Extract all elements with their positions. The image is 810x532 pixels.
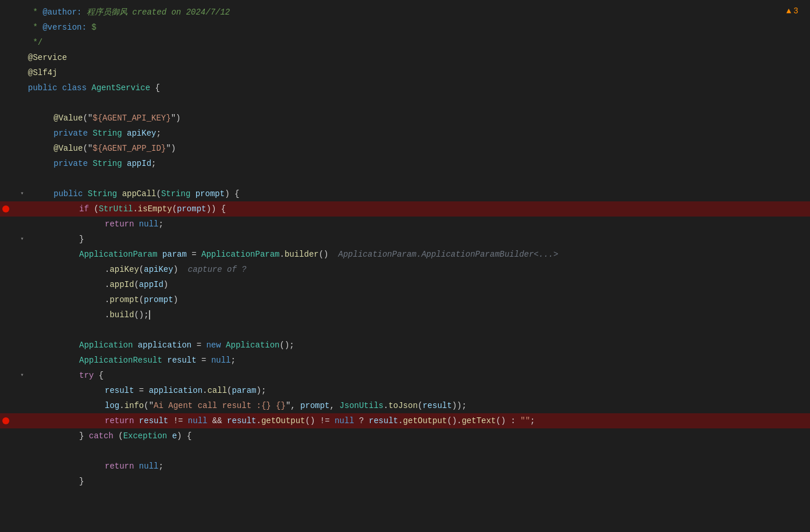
token-field: result: [139, 416, 168, 425]
token-punct: (": [83, 144, 93, 153]
token-param: prompt: [144, 295, 173, 304]
line-content: * @version: $: [28, 21, 810, 34]
code-editor: * @author: 程序员御风 created on 2024/7/12 * …: [0, 0, 810, 532]
code-line: log.info("Ai Agent call result :{} {}", …: [0, 398, 810, 413]
fold-arrow-icon[interactable]: ▾: [17, 189, 27, 198]
token-punct: {: [150, 83, 160, 93]
token-method: build: [109, 310, 134, 320]
token-type: ApplicationResult: [79, 356, 162, 365]
warning-count: 3: [794, 5, 798, 17]
code-line: @Slf4j: [0, 65, 810, 80]
token-punct: ;: [158, 219, 163, 229]
code-line: private String apiKey;: [0, 126, 810, 141]
fold-arrow-icon[interactable]: ▾: [17, 371, 27, 380]
line-content: }: [28, 475, 810, 488]
warning-icon: ▲: [786, 5, 791, 17]
token-type: ApplicationParam: [79, 250, 157, 259]
token-type: Application: [226, 341, 279, 350]
token-punct: [134, 219, 138, 229]
line-content: .build();: [28, 308, 810, 321]
code-line: ApplicationResult result = null;: [0, 353, 810, 368]
token-kw: null: [188, 416, 208, 425]
token-annotation: @Value: [54, 114, 83, 123]
token-punct: (: [89, 204, 99, 214]
token-kw: private: [54, 129, 88, 138]
token-punct: [157, 250, 162, 259]
token-method: getOutput: [261, 416, 305, 425]
token-author-tag: @author:: [42, 8, 81, 17]
token-punct: &&: [207, 416, 227, 425]
line-content: .prompt(prompt): [28, 293, 810, 306]
token-kw: public: [28, 83, 57, 93]
token-field: result: [167, 356, 196, 365]
line-content: return null;: [28, 460, 810, 473]
line-content: try {: [28, 369, 810, 382]
token-punct: )) {: [206, 204, 226, 214]
code-line: .appId(appId): [0, 277, 810, 292]
token-field: prompt: [300, 401, 329, 410]
token-field: application: [149, 386, 202, 395]
token-field: result: [422, 401, 452, 410]
token-hint: ApplicationParam.ApplicationParamBuilder…: [329, 250, 559, 259]
token-kw2: return: [105, 462, 134, 471]
line-content: return result != null && result.getOutpu…: [28, 414, 810, 427]
token-type: JsonUtils: [339, 401, 383, 410]
token-punct: [133, 341, 137, 350]
token-kw: null: [139, 219, 159, 229]
token-punct: }: [79, 431, 89, 441]
token-kw: null: [139, 462, 159, 471]
breakpoint-indicator[interactable]: [2, 205, 9, 212]
token-method: info: [125, 401, 144, 410]
token-annotation: @Service: [28, 53, 67, 62]
code-line: [0, 489, 810, 504]
code-line: .apiKey(apiKey) capture of ?: [0, 262, 810, 277]
token-punct: .: [257, 416, 261, 425]
token-punct: [117, 189, 122, 198]
code-line: } catch (Exception e) {: [0, 428, 810, 444]
token-punct: [83, 189, 87, 198]
token-field: application: [138, 341, 191, 350]
token-punct: ;: [530, 416, 535, 425]
token-punct: (: [134, 280, 138, 289]
line-content: ApplicationParam param = ApplicationPara…: [28, 248, 810, 261]
code-line: .build();: [0, 307, 810, 322]
token-punct: }: [79, 477, 84, 486]
token-field: log: [105, 401, 119, 410]
code-line: [0, 322, 810, 338]
line-content: @Slf4j: [28, 66, 810, 79]
token-comment: *: [28, 8, 42, 17]
code-line: ApplicationParam param = ApplicationPara…: [0, 247, 810, 262]
token-field: param: [232, 386, 256, 395]
token-punct: "): [171, 114, 181, 123]
code-line: ▾try {: [0, 368, 810, 383]
token-punct: );: [257, 386, 267, 395]
code-line: [0, 95, 810, 111]
code-line: * @version: $: [0, 20, 810, 35]
code-line: @Service: [0, 50, 810, 65]
token-punct: ;: [158, 462, 163, 471]
code-line: ▾}: [0, 232, 810, 247]
warning-badge: ▲ 3: [786, 5, 798, 17]
token-punct: .: [133, 204, 137, 214]
token-annotation: @Value: [54, 144, 83, 153]
code-line: Application application = new Applicatio…: [0, 338, 810, 353]
token-method: prompt: [109, 295, 138, 304]
line-content: private String appId;: [28, 157, 810, 170]
code-line: ▾public String appCall(String prompt) {: [0, 186, 810, 201]
breakpoint-indicator[interactable]: [2, 417, 9, 424]
token-punct: =: [187, 250, 201, 259]
token-param: e: [172, 431, 177, 441]
token-punct: [122, 129, 127, 138]
token-comment: $: [87, 23, 97, 32]
text-cursor: [149, 310, 150, 320]
token-punct: =: [134, 386, 148, 395]
token-punct: (: [139, 295, 144, 304]
code-line: return null;: [0, 217, 810, 232]
line-content: Application application = new Applicatio…: [28, 339, 810, 352]
token-hint: capture of ?: [178, 265, 247, 274]
fold-arrow-icon[interactable]: ▾: [17, 235, 27, 244]
line-content: * @author: 程序员御风 created on 2024/7/12: [28, 6, 810, 19]
token-punct: !=: [168, 416, 188, 425]
line-content: log.info("Ai Agent call result :{} {}", …: [28, 399, 810, 412]
token-method: appId: [109, 280, 134, 289]
